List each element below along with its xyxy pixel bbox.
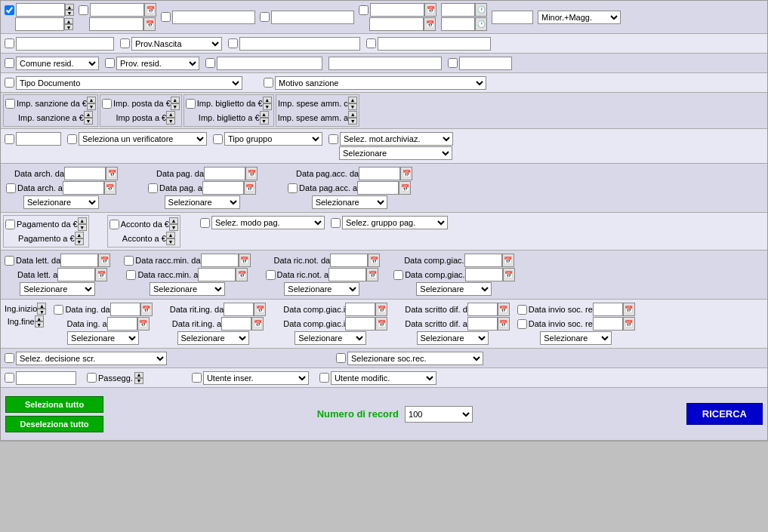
data-fine-cal[interactable]: 📅 xyxy=(143,17,156,31)
pagamento-da-checkbox[interactable] xyxy=(5,220,15,229)
data-invio-soc-re-a-checkbox[interactable] xyxy=(517,319,527,329)
ing-inizio-down[interactable]: ▼ xyxy=(37,309,46,315)
h-inizio-input[interactable]: H.Inizio xyxy=(441,3,475,17)
data-scritto-dif-d-input[interactable] xyxy=(467,303,498,316)
nome-genitore-checkbox[interactable] xyxy=(366,38,376,48)
imp-posta-da-down[interactable]: ▼ xyxy=(171,103,180,110)
comune-resid-select[interactable]: Comune resid. xyxy=(16,57,99,70)
data-comp-giac-da-cal[interactable]: 📅 xyxy=(502,254,514,267)
data-racc-min-da-input[interactable] xyxy=(201,254,239,267)
acconto-a-down[interactable]: ▼ xyxy=(166,238,175,245)
imp-biglietto-a-up[interactable]: ▲ xyxy=(260,111,269,118)
data-comp-giac-a-input[interactable] xyxy=(465,268,503,281)
note-input[interactable]: Note xyxy=(16,132,61,146)
imp-biglietto-a-down[interactable]: ▼ xyxy=(260,118,269,125)
imp-spese-amm-a-down[interactable]: ▼ xyxy=(348,118,357,125)
data-ric-not-a-input[interactable] xyxy=(328,268,366,281)
verb-fine-down[interactable]: ▼ xyxy=(64,24,73,30)
data-scritto-dif-d-cal[interactable]: 📅 xyxy=(498,303,510,316)
data-invio-soc-re-select[interactable]: Selezionare xyxy=(540,331,612,345)
cognome-checkbox[interactable] xyxy=(161,12,171,22)
cap-res-input[interactable]: Cap res xyxy=(459,57,512,70)
imp-posta-da-checkbox[interactable] xyxy=(102,99,112,109)
data-invio-soc-re-da-cal[interactable]: 📅 xyxy=(623,303,635,316)
acconto-a-up[interactable]: ▲ xyxy=(166,232,175,238)
ricerca-button[interactable]: RICERCA xyxy=(686,403,763,425)
selez-mot-archiviaz-select[interactable]: Selez. mot.archiviaz. xyxy=(340,132,453,146)
tipo-documento-checkbox[interactable] xyxy=(5,78,14,88)
utente-inser-select[interactable]: Utente inser. xyxy=(203,371,309,385)
num-veti-checkbox[interactable] xyxy=(5,373,14,383)
numero-di-record-select[interactable]: 100 50 200 500 xyxy=(405,406,473,423)
selez-mot-archiviaz-select2[interactable]: Selezionare xyxy=(339,146,452,160)
data-inizio-checkbox[interactable] xyxy=(79,5,88,15)
selezionare-soc-rec-select[interactable]: Selezionare soc.rec. xyxy=(347,352,483,365)
data-lett-da-cal[interactable]: 📅 xyxy=(98,254,110,267)
data-ric-not-select[interactable]: Selezionare xyxy=(284,282,359,296)
ing-fine-down[interactable]: ▼ xyxy=(35,321,44,328)
data-comp-giaci-da-cal[interactable]: 📅 xyxy=(375,303,387,316)
prov-nascita-select[interactable]: Prov.Nascita xyxy=(131,37,222,51)
data-comp-giac-da-input[interactable] xyxy=(464,254,502,267)
imp-posta-a-up[interactable]: ▲ xyxy=(166,111,175,118)
imp-spese-amm-c-up[interactable]: ▲ xyxy=(348,97,357,103)
selez-decisione-scr-checkbox[interactable] xyxy=(5,353,14,363)
data-ing-da-cal[interactable]: 📅 xyxy=(140,303,153,316)
data-rit-ing-da-input[interactable] xyxy=(224,303,254,316)
selez-decisione-scr-select[interactable]: Selez. decisione scr. xyxy=(16,352,167,365)
data-comp-giac-select[interactable]: Selezionare xyxy=(416,282,492,296)
passegg-down[interactable]: ▼ xyxy=(134,378,143,384)
data-racc-min-select[interactable]: Selezionare xyxy=(150,282,225,296)
data-pag-acc-a-input[interactable] xyxy=(357,181,399,195)
cognome-genitore-checkbox[interactable] xyxy=(228,38,238,48)
utente-inser-checkbox[interactable] xyxy=(192,373,202,383)
note-checkbox[interactable] xyxy=(5,134,14,144)
tipo-gruppo-select[interactable]: Tipo gruppo xyxy=(224,132,322,146)
data-ing-select[interactable]: Selezionare xyxy=(67,331,139,345)
data-ric-not-da-input[interactable] xyxy=(330,254,368,267)
data-invio-soc-re-a-input[interactable] xyxy=(593,317,623,331)
ing-fine-up[interactable]: ▲ xyxy=(35,315,44,321)
imp-sanzione-da-up[interactable]: ▲ xyxy=(87,97,96,103)
data-ing-a-input[interactable] xyxy=(107,317,137,331)
imp-posta-da-up[interactable]: ▲ xyxy=(171,97,180,103)
imp-biglietto-da-down[interactable]: ▼ xyxy=(263,103,272,110)
data-rit-ing-a-cal[interactable]: 📅 xyxy=(251,317,264,331)
imp-posta-a-down[interactable]: ▼ xyxy=(166,118,175,125)
data-invio-soc-re-da-checkbox[interactable] xyxy=(517,305,527,315)
com-nascita-input[interactable]: Com.Nascita xyxy=(16,37,114,51)
prov-resid-select[interactable]: Prov. resid. xyxy=(116,57,199,70)
utente-modific-select[interactable]: Utente modific. xyxy=(331,371,436,385)
data-arch-da-cal[interactable]: 📅 xyxy=(106,167,118,180)
verb-inizio-input[interactable]: Verb.inizio xyxy=(16,3,65,17)
data-inizio-input[interactable]: Data inizio xyxy=(90,3,144,17)
data-arch-select[interactable]: Selezionare xyxy=(23,195,99,209)
cognome-input[interactable]: Cognome xyxy=(172,11,255,24)
nascita-inizio-checkbox[interactable] xyxy=(359,5,369,15)
data-rit-ing-da-cal[interactable]: 📅 xyxy=(254,303,266,316)
h-fine-input[interactable]: H.Fin xyxy=(441,17,475,31)
imp-sanzione-a-down[interactable]: ▼ xyxy=(84,118,93,125)
nome-genitore-input[interactable]: Nome Genitore xyxy=(378,37,491,51)
imp-spese-amm-a-up[interactable]: ▲ xyxy=(348,111,357,118)
data-pag-select[interactable]: Selezionare xyxy=(165,195,240,209)
acconto-da-checkbox[interactable] xyxy=(109,220,119,229)
data-rit-ing-select[interactable]: Selezionare xyxy=(177,331,249,345)
nascita-inizio-cal[interactable]: 📅 xyxy=(424,3,436,17)
pagamento-a-down[interactable]: ▼ xyxy=(75,238,84,245)
verificatore-select[interactable]: Seleziona un verificatore xyxy=(79,132,207,146)
h-inizio-clock[interactable]: 🕐 xyxy=(475,3,487,17)
data-invio-soc-re-a-cal[interactable]: 📅 xyxy=(623,317,635,331)
comune-resid-checkbox[interactable] xyxy=(5,58,14,68)
com-nascita-checkbox[interactable] xyxy=(5,38,14,48)
imp-sanzione-da-checkbox[interactable] xyxy=(5,99,15,109)
h-fine-clock[interactable]: 🕐 xyxy=(475,17,487,31)
data-comp-giaci-a-input[interactable] xyxy=(345,317,375,331)
imp-biglietto-da-checkbox[interactable] xyxy=(186,99,196,109)
data-ric-not-da-cal[interactable]: 📅 xyxy=(368,254,380,267)
motivo-sanzione-select[interactable]: Motivo sanzione xyxy=(275,76,486,90)
data-arch-da-input[interactable] xyxy=(64,167,106,180)
data-comp-giaci-select[interactable]: Selezionare xyxy=(295,331,366,345)
num-veti-input[interactable]: Num.Veti xyxy=(16,371,76,385)
selez-modo-pag-checkbox[interactable] xyxy=(200,218,210,228)
